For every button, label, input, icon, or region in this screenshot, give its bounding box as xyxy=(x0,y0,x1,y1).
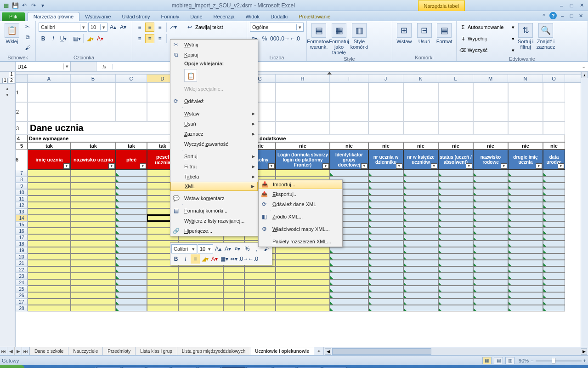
tab-home[interactable]: Narzędzia główne xyxy=(28,12,79,21)
clear-button[interactable]: Wyczyść xyxy=(468,47,487,53)
mini-grow-icon[interactable]: A▴ xyxy=(214,244,223,253)
column-header-K[interactable]: K xyxy=(403,75,438,82)
tab-view[interactable]: Widok xyxy=(240,12,265,21)
mini-shrink-icon[interactable]: A▾ xyxy=(223,244,232,253)
font-color-icon[interactable]: A▾ xyxy=(96,34,105,43)
inc-decimal-icon[interactable]: .0→ xyxy=(280,34,289,43)
align-right-icon[interactable]: ≡ xyxy=(155,34,164,43)
zoom-level[interactable]: 90% xyxy=(519,358,529,363)
mini-font-combo[interactable]: Calibri▾ xyxy=(171,244,197,253)
ctx-format-cells[interactable]: ▤Formatuj komórki... xyxy=(170,206,258,216)
sheet-tab[interactable]: Przedmioty xyxy=(103,347,136,355)
clear-icon[interactable]: ⌫ xyxy=(459,47,467,53)
xml-source[interactable]: ◧Źródło XML... xyxy=(259,212,342,222)
ctx-pick-list[interactable]: Wybierz z listy rozwijanej... xyxy=(170,216,258,226)
sheet-tab[interactable]: Nauczyciele xyxy=(68,347,103,355)
ctx-sort[interactable]: Sortuj▶ xyxy=(170,151,258,161)
column-header-M[interactable]: M xyxy=(473,75,508,82)
filter-button[interactable]: ▾ xyxy=(536,163,542,169)
name-box[interactable]: D14▾ xyxy=(16,62,71,71)
zoom-out-icon[interactable]: − xyxy=(531,358,533,363)
sheet-tab[interactable]: Lista grup międzyoddziałowych xyxy=(177,347,250,355)
orientation-icon[interactable]: ↗▾ xyxy=(169,23,178,32)
undo-icon[interactable]: ↶ xyxy=(20,1,28,10)
start-button[interactable]: Start xyxy=(0,365,24,368)
view-page-break-icon[interactable]: ▥ xyxy=(505,357,514,364)
row-header-19[interactable]: 19 xyxy=(16,247,28,253)
tab-review[interactable]: Recenzja xyxy=(208,12,240,21)
row-header-20[interactable]: 20 xyxy=(16,253,28,260)
mini-fill-icon[interactable]: ◢▾ xyxy=(200,254,209,264)
ctx-clear[interactable]: Wyczyść zawartość xyxy=(170,139,258,149)
mini-fontcolor-icon[interactable]: A▾ xyxy=(210,254,219,264)
row-header-15[interactable]: 15 xyxy=(16,221,28,228)
ctx-copy[interactable]: ⧉Kopiuj xyxy=(170,50,258,60)
column-header-L[interactable]: L xyxy=(438,75,473,82)
row-header-3[interactable]: 3 xyxy=(16,121,28,135)
row-header-6[interactable]: 6 xyxy=(16,150,28,170)
outline-col-1[interactable]: 1 xyxy=(9,72,14,77)
row-header-17[interactable]: 17 xyxy=(16,234,28,241)
row-header-23[interactable]: 23 xyxy=(16,273,28,279)
fill-button[interactable]: Wypełnij xyxy=(468,36,486,41)
filter-button[interactable]: ▾ xyxy=(322,163,329,169)
filter-button[interactable]: ▾ xyxy=(396,163,402,169)
percent-icon[interactable]: % xyxy=(260,34,269,43)
dec-decimal-icon[interactable]: ←.0 xyxy=(290,34,300,43)
outline-row-2[interactable]: 2 xyxy=(9,78,14,83)
zoom-in-icon[interactable]: + xyxy=(583,358,586,363)
bold-icon[interactable]: B xyxy=(39,34,48,43)
workbook-restore-icon[interactable]: □ xyxy=(568,12,575,19)
mini-merge-icon[interactable]: ⇔▾ xyxy=(229,254,238,264)
row-header-9[interactable]: 9 xyxy=(16,183,28,189)
insert-cells-button[interactable]: ⊞Wstaw xyxy=(395,22,413,44)
help-icon[interactable]: ? xyxy=(549,12,557,19)
filter-button[interactable]: ▾ xyxy=(501,163,507,169)
ctx-cut[interactable]: ✂Wytnij xyxy=(170,40,258,50)
column-header-N[interactable]: N xyxy=(508,75,543,82)
paste-option-button[interactable]: 📋 xyxy=(184,69,197,82)
align-left-icon[interactable]: ≡ xyxy=(135,34,144,43)
tab-data[interactable]: Dane xyxy=(185,12,208,21)
row-header-5[interactable]: 5 xyxy=(16,142,28,150)
minimize-ribbon-icon[interactable]: ^ xyxy=(540,12,548,19)
filter-button[interactable]: ▾ xyxy=(558,163,564,169)
ctx-paste-special[interactable]: Wklej specjalnie... xyxy=(170,84,258,94)
cut-icon[interactable]: ✂ xyxy=(23,22,32,31)
row-header-24[interactable]: 24 xyxy=(16,279,28,286)
format-cells-button[interactable]: ▤Format xyxy=(435,22,453,44)
view-page-layout-icon[interactable]: ▤ xyxy=(494,357,503,364)
xml-refresh[interactable]: ⟳Odśwież dane XML xyxy=(259,199,342,209)
autosum-button[interactable]: Autosumowanie xyxy=(468,24,503,30)
tab-file[interactable]: Plik xyxy=(2,12,25,21)
xml-expansion-packs[interactable]: Pakiety rozszerzeń XML... xyxy=(259,236,342,247)
column-header-H[interactable]: H xyxy=(276,75,330,82)
fill-icon[interactable]: ↧ xyxy=(459,36,467,42)
column-header-A[interactable]: A xyxy=(28,75,71,82)
row-header-22[interactable]: 22 xyxy=(16,266,28,273)
filter-button[interactable]: ▾ xyxy=(431,163,437,169)
mini-percent-icon[interactable]: % xyxy=(243,244,252,253)
filter-button[interactable]: ▾ xyxy=(466,163,472,169)
zoom-slider[interactable] xyxy=(536,360,582,362)
mini-decdec-icon[interactable]: ←.0 xyxy=(249,254,258,264)
font-size-combo[interactable]: 10▾ xyxy=(88,23,107,32)
fill-color-icon[interactable]: ◢▾ xyxy=(85,34,95,43)
new-sheet-icon[interactable]: ✦ xyxy=(314,347,323,355)
sheet-tab[interactable]: Dane o szkole xyxy=(30,347,68,355)
ctx-select[interactable]: Zaznacz▶ xyxy=(170,129,258,139)
row-header-27[interactable]: 27 xyxy=(16,299,28,305)
expand-formula-icon[interactable]: ⌄ xyxy=(579,63,588,69)
italic-icon[interactable]: I xyxy=(49,34,58,43)
align-top-icon[interactable]: ≡ xyxy=(135,23,144,32)
redo-icon[interactable]: ↷ xyxy=(29,1,38,10)
sheet-nav-prev-icon[interactable]: ◀ xyxy=(7,347,15,355)
tab-formulas[interactable]: Formuły xyxy=(156,12,185,21)
view-normal-icon[interactable]: ▦ xyxy=(482,357,492,364)
row-header-10[interactable]: 10 xyxy=(16,189,28,196)
qat-dropdown-icon[interactable]: ▾ xyxy=(39,1,47,10)
row-header-25[interactable]: 25 xyxy=(16,286,28,292)
row-header-26[interactable]: 26 xyxy=(16,292,28,299)
sheet-nav-first-icon[interactable]: ⏮ xyxy=(0,347,7,355)
xml-import[interactable]: 📥Importuj... xyxy=(259,180,342,189)
